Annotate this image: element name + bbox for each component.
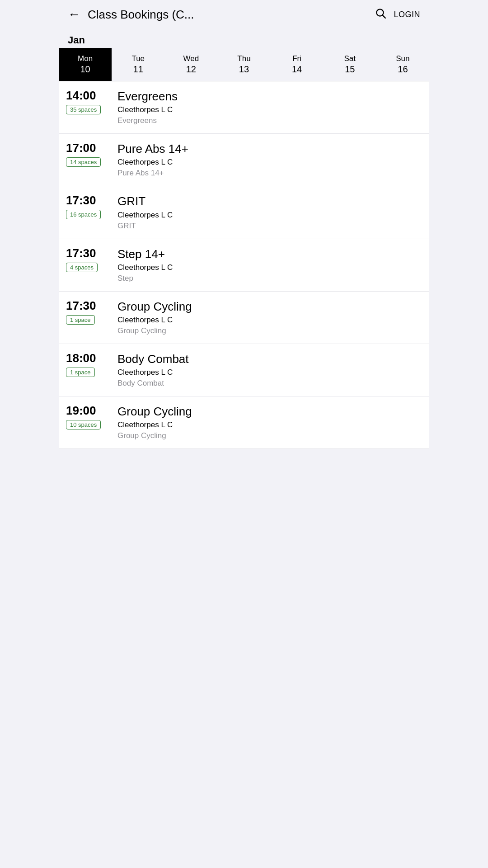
class-row[interactable]: 17:301 spaceGroup CyclingCleethorpes L C… <box>59 292 429 344</box>
day-name: Thu <box>237 54 250 63</box>
class-row[interactable]: 17:3016 spacesGRITCleethorpes L CGRIT <box>59 186 429 239</box>
class-name: Group Cycling <box>117 300 192 314</box>
class-venue: Cleethorpes L C <box>117 211 173 220</box>
class-venue: Cleethorpes L C <box>117 316 192 325</box>
day-name: Mon <box>78 54 93 63</box>
class-right: GRITCleethorpes L CGRIT <box>117 194 173 230</box>
class-spaces-badge: 4 spaces <box>66 263 98 272</box>
day-item-tue11[interactable]: Tue11 <box>112 48 164 81</box>
class-time: 17:00 <box>66 142 96 154</box>
class-left: 14:0035 spaces <box>66 90 111 114</box>
class-spaces-badge: 1 space <box>66 368 95 377</box>
class-right: Step 14+Cleethorpes L CStep <box>117 247 173 283</box>
day-name: Sun <box>396 54 409 63</box>
class-left: 17:3016 spaces <box>66 194 111 219</box>
class-spaces-badge: 35 spaces <box>66 105 101 114</box>
class-row[interactable]: 19:0010 spacesGroup CyclingCleethorpes L… <box>59 396 429 449</box>
class-right: Group CyclingCleethorpes L CGroup Cyclin… <box>117 300 192 335</box>
class-name: GRIT <box>117 194 173 208</box>
class-time: 17:30 <box>66 247 96 259</box>
class-right: Group CyclingCleethorpes L CGroup Cyclin… <box>117 405 192 440</box>
day-name: Tue <box>131 54 145 63</box>
class-spaces-badge: 16 spaces <box>66 210 101 219</box>
class-left: 19:0010 spaces <box>66 405 111 429</box>
class-type: Evergreens <box>117 116 178 125</box>
day-number: 12 <box>186 64 196 75</box>
day-item-thu13[interactable]: Thu13 <box>217 48 270 81</box>
classes-list: 14:0035 spacesEvergreensCleethorpes L CE… <box>59 81 429 449</box>
day-number: 13 <box>239 64 249 75</box>
class-venue: Cleethorpes L C <box>117 368 189 377</box>
class-row[interactable]: 17:304 spacesStep 14+Cleethorpes L CStep <box>59 239 429 292</box>
class-left: 18:001 space <box>66 352 111 377</box>
class-right: EvergreensCleethorpes L CEvergreens <box>117 90 178 125</box>
class-venue: Cleethorpes L C <box>117 158 188 167</box>
day-item-mon10[interactable]: Mon10 <box>59 48 112 81</box>
class-spaces-badge: 1 space <box>66 315 95 325</box>
class-type: Pure Abs 14+ <box>117 169 188 178</box>
header: ← Class Bookings (C... LOGIN <box>59 0 429 29</box>
class-right: Body CombatCleethorpes L CBody Combat <box>117 352 189 388</box>
class-name: Evergreens <box>117 90 178 104</box>
day-number: 14 <box>292 64 302 75</box>
search-icon[interactable] <box>375 7 386 22</box>
month-label: Jan <box>59 29 429 48</box>
class-type: Body Combat <box>117 379 189 388</box>
class-name: Step 14+ <box>117 247 173 261</box>
day-item-wed12[interactable]: Wed12 <box>164 48 217 81</box>
class-right: Pure Abs 14+Cleethorpes L CPure Abs 14+ <box>117 142 188 178</box>
back-button[interactable]: ← <box>68 7 80 22</box>
login-button[interactable]: LOGIN <box>394 10 420 19</box>
class-venue: Cleethorpes L C <box>117 105 178 114</box>
day-number: 10 <box>80 64 90 75</box>
day-number: 11 <box>133 64 143 75</box>
class-time: 17:30 <box>66 300 96 311</box>
day-name: Fri <box>292 54 301 63</box>
page-title: Class Bookings (C... <box>88 8 367 22</box>
class-spaces-badge: 14 spaces <box>66 157 101 167</box>
class-name: Body Combat <box>117 352 189 366</box>
class-left: 17:304 spaces <box>66 247 111 272</box>
class-time: 19:00 <box>66 405 96 416</box>
class-time: 17:30 <box>66 194 96 206</box>
day-number: 16 <box>398 64 408 75</box>
class-type: Step <box>117 274 173 283</box>
class-spaces-badge: 10 spaces <box>66 420 101 429</box>
class-type: Group Cycling <box>117 431 192 440</box>
class-time: 18:00 <box>66 352 96 364</box>
class-type: Group Cycling <box>117 326 192 335</box>
class-name: Group Cycling <box>117 405 192 419</box>
class-row[interactable]: 14:0035 spacesEvergreensCleethorpes L CE… <box>59 81 429 134</box>
svg-line-1 <box>383 15 385 18</box>
day-item-sat15[interactable]: Sat15 <box>324 48 376 81</box>
class-venue: Cleethorpes L C <box>117 420 192 429</box>
class-left: 17:301 space <box>66 300 111 325</box>
day-selector: Mon10Tue11Wed12Thu13Fri14Sat15Sun16 <box>59 48 429 81</box>
day-name: Wed <box>183 54 199 63</box>
day-item-fri14[interactable]: Fri14 <box>271 48 324 81</box>
class-type: GRIT <box>117 222 173 231</box>
class-name: Pure Abs 14+ <box>117 142 188 156</box>
day-name: Sat <box>344 54 356 63</box>
class-venue: Cleethorpes L C <box>117 263 173 272</box>
class-left: 17:0014 spaces <box>66 142 111 167</box>
class-row[interactable]: 17:0014 spacesPure Abs 14+Cleethorpes L … <box>59 134 429 186</box>
class-row[interactable]: 18:001 spaceBody CombatCleethorpes L CBo… <box>59 344 429 396</box>
day-number: 15 <box>345 64 355 75</box>
class-time: 14:00 <box>66 90 96 101</box>
day-item-sun16[interactable]: Sun16 <box>376 48 429 81</box>
